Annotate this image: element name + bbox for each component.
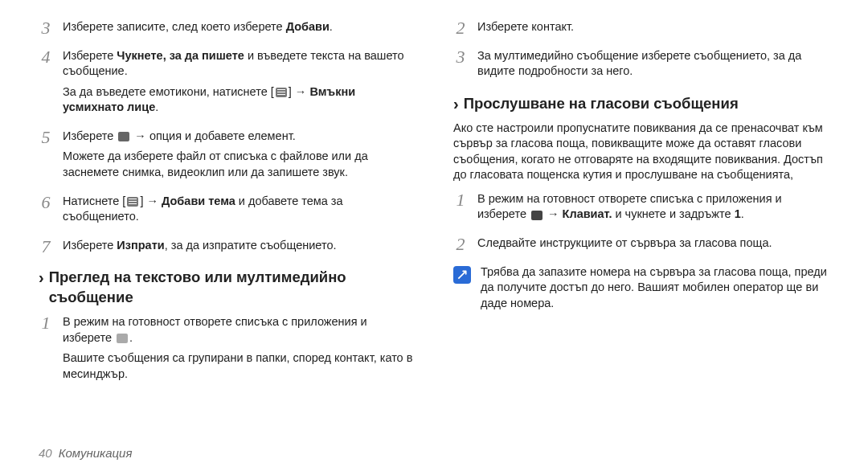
bold-text: Изпрати xyxy=(117,239,164,252)
right-column: 2 Изберете контакт. 3 За мултимедийно съ… xyxy=(453,19,829,395)
chevron-right-icon: › xyxy=(453,94,459,113)
step-6: 6 Натиснете [] → Добави тема и добавете … xyxy=(39,194,415,230)
text: → опция и добавете елемент. xyxy=(131,129,295,142)
text: Вашите съобщения са групирани в папки, с… xyxy=(63,350,415,382)
text: , за да изпратите съобщението. xyxy=(165,239,337,252)
text: За мултимедийно съобщение изберете съобщ… xyxy=(477,48,829,80)
step-body: Натиснете [] → Добави тема и добавете те… xyxy=(63,194,415,230)
step-number: 5 xyxy=(39,129,53,186)
text: ] → xyxy=(140,195,162,207)
two-column-layout: 3 Изберете записите, след което изберете… xyxy=(39,19,829,395)
intro-text: Ако сте настроили пропуснатите повиквани… xyxy=(453,121,829,183)
bold-text: Чукнете, за да пишете xyxy=(117,49,244,62)
heading-text: Прослушване на гласови съобщения xyxy=(464,94,739,114)
step-7: 7 Изберете Изпрати, за да изпратите съоб… xyxy=(39,238,415,259)
step-2: 2 Изберете контакт. xyxy=(453,19,829,40)
left-column: 3 Изберете записите, след което изберете… xyxy=(39,19,415,395)
step-body: Следвайте инструкциите от сървъра за гла… xyxy=(477,236,829,256)
info-icon xyxy=(453,266,471,284)
bold-text: 1 xyxy=(735,207,741,220)
text: Изберете xyxy=(63,239,117,252)
step-3: 3 Изберете записите, след което изберете… xyxy=(39,19,415,40)
envelope-icon xyxy=(117,334,128,343)
text: Следвайте инструкциите от сървъра за гла… xyxy=(477,236,829,252)
text: . xyxy=(330,20,333,33)
step-number: 2 xyxy=(453,236,468,256)
text: ] → xyxy=(289,85,310,98)
menu-icon xyxy=(127,197,138,207)
text: Изберете xyxy=(63,49,117,62)
page-number: 40 xyxy=(39,445,52,461)
step-3: 3 За мултимедийно съобщение изберете съо… xyxy=(453,48,829,84)
text: . xyxy=(129,331,133,344)
text: и чукнете и задръжте xyxy=(612,207,734,220)
step-number: 3 xyxy=(453,48,468,84)
step-body: Изберете записите, след което изберете Д… xyxy=(63,19,415,40)
step-5: 5 Изберете → опция и добавете елемент. М… xyxy=(39,129,415,186)
step-number: 4 xyxy=(39,48,53,121)
text: . xyxy=(155,100,158,113)
text: Натиснете [ xyxy=(63,195,125,207)
bold-text: Добави xyxy=(286,20,330,33)
menu-icon xyxy=(276,88,287,97)
text: . xyxy=(741,207,744,220)
step-body: За мултимедийно съобщение изберете съобщ… xyxy=(477,48,829,84)
step-number: 2 xyxy=(453,19,468,40)
section-name: Комуникация xyxy=(59,445,133,461)
note-block: Трябва да запазите номера на сървъра за … xyxy=(453,264,829,312)
heading-text: Преглед на текстово или мултимедийно съо… xyxy=(49,268,415,308)
attach-icon xyxy=(118,132,129,141)
bold-text: Клавиат. xyxy=(563,207,612,220)
step-number: 7 xyxy=(39,238,53,259)
step-1: 1 В режим на готовност отворете списъка … xyxy=(453,191,829,227)
step-number: 1 xyxy=(453,191,468,227)
step-4: 4 Изберете Чукнете, за да пишете и въвед… xyxy=(39,48,415,121)
page-footer: 40 Комуникация xyxy=(39,445,132,461)
step-body: В режим на готовност отворете списъка с … xyxy=(477,191,829,227)
text: За да въведете емотикони, натиснете [ xyxy=(63,85,274,98)
note-text: Трябва да запазите номера на сървъра за … xyxy=(481,264,829,312)
text: Изберете контакт. xyxy=(477,19,829,35)
text: В режим на готовност отворете списъка с … xyxy=(63,315,367,344)
step-number: 1 xyxy=(39,314,53,387)
phone-icon xyxy=(531,211,542,220)
step-body: Изберете Чукнете, за да пишете и въведет… xyxy=(63,48,415,121)
section-heading: › Прослушване на гласови съобщения xyxy=(453,94,829,114)
step-body: Изберете Изпрати, за да изпратите съобще… xyxy=(63,238,415,259)
step-body: В режим на готовност отворете списъка с … xyxy=(63,314,415,387)
text: → xyxy=(544,207,563,220)
step-2: 2 Следвайте инструкциите от сървъра за г… xyxy=(453,236,829,256)
step-body: Изберете контакт. xyxy=(477,19,829,40)
step-number: 3 xyxy=(39,19,53,40)
text: Можете да изберете файл от списъка с фай… xyxy=(63,149,415,180)
bold-text: Добави тема xyxy=(162,195,235,207)
chevron-right-icon: › xyxy=(39,268,44,287)
step-number: 6 xyxy=(39,194,53,230)
step-body: Изберете → опция и добавете елемент. Мож… xyxy=(63,129,415,186)
text: Изберете xyxy=(63,129,117,142)
section-heading: › Преглед на текстово или мултимедийно с… xyxy=(39,268,415,308)
text: Изберете записите, след което изберете xyxy=(63,20,286,33)
step-1: 1 В режим на готовност отворете списъка … xyxy=(39,314,415,387)
